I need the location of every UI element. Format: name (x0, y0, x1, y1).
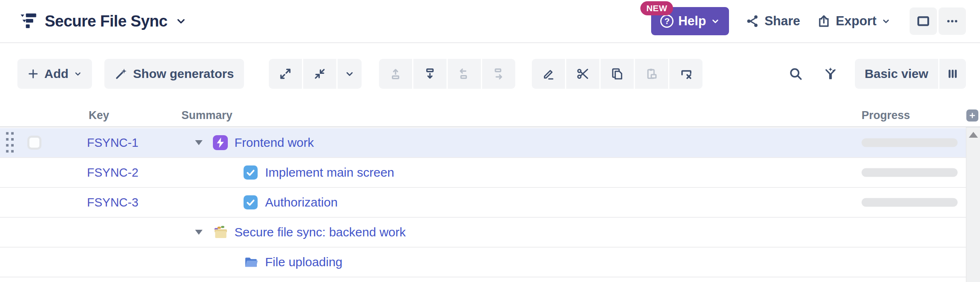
magic-wand-icon (114, 67, 128, 80)
add-column-button[interactable] (966, 109, 978, 122)
help-label: Help (678, 14, 706, 29)
table-row[interactable]: FSYNC-2 Implement main screen (0, 158, 966, 188)
grid-body: FSYNC-1 Frontend work FSYNC-2 Implement … (0, 128, 966, 277)
copy-button[interactable] (601, 59, 634, 89)
insert-below-icon (423, 67, 437, 80)
folder-icon (244, 255, 258, 270)
column-header-progress[interactable]: Progress (862, 109, 910, 122)
title-menu-chevron-down-icon[interactable] (176, 16, 186, 27)
new-badge: NEW (640, 1, 673, 15)
add-label: Add (44, 67, 68, 81)
view-group: Basic view (855, 59, 966, 89)
issue-summary-link[interactable]: Implement main screen (265, 165, 394, 180)
chevron-down-icon (711, 17, 720, 26)
progress-bar (862, 139, 958, 147)
structure-logo-icon (19, 12, 38, 31)
page-title: Secure File Sync (45, 12, 167, 30)
chevron-down-icon (345, 69, 355, 79)
column-header-key[interactable]: Key (89, 109, 109, 122)
show-generators-button[interactable]: Show generators (104, 59, 244, 89)
export-button[interactable]: Export (817, 14, 891, 29)
issue-key-link[interactable]: FSYNC-3 (87, 196, 138, 209)
filter-sparkle-icon (823, 67, 838, 81)
copy-icon (611, 67, 624, 80)
chevron-down-icon (881, 17, 891, 26)
table-row[interactable]: FSYNC-1 Frontend work (0, 128, 966, 158)
add-button[interactable]: Add (17, 59, 92, 89)
paste-icon (645, 67, 658, 80)
table-row[interactable]: File uploading (0, 248, 966, 277)
view-switcher-button[interactable]: Basic view (855, 59, 938, 89)
collapse-triangle-icon[interactable] (195, 230, 203, 235)
panel-toggle-button[interactable] (910, 7, 937, 35)
share-nodes-icon (746, 14, 760, 28)
top-header: Secure File Sync NEW ? Help (0, 0, 980, 43)
remove-button[interactable] (669, 59, 702, 89)
scroll-up-arrow-icon[interactable] (969, 132, 978, 138)
row-checkbox[interactable] (27, 136, 41, 150)
question-circle-icon: ? (660, 15, 673, 28)
export-up-icon (817, 14, 831, 28)
edit-group (532, 59, 702, 89)
ellipsis-icon (946, 15, 958, 27)
more-options-button[interactable] (939, 7, 966, 35)
vertical-scrollbar[interactable] (966, 127, 980, 282)
expand-all-icon (279, 67, 292, 80)
move-group (379, 59, 515, 89)
columns-button[interactable] (939, 59, 966, 89)
structure-toolbar: Add Show generators (0, 44, 980, 104)
progress-bar (862, 168, 958, 177)
expand-all-button[interactable] (269, 59, 302, 89)
help-wrap: NEW ? Help (651, 7, 729, 35)
top-actions: NEW ? Help Share (651, 7, 966, 35)
drag-handle[interactable] (5, 131, 14, 154)
task-icon (244, 195, 258, 209)
panel-icon (917, 15, 930, 28)
move-top-button[interactable] (379, 59, 412, 89)
item-summary-link[interactable]: File uploading (265, 255, 343, 269)
item-summary-link[interactable]: Secure file sync: backend work (234, 225, 406, 239)
edit-pencil-icon (542, 67, 555, 80)
indent-button[interactable] (482, 59, 515, 89)
plus-icon (969, 112, 976, 119)
chevron-down-icon (74, 70, 82, 78)
expand-menu-button[interactable] (338, 59, 362, 89)
view-switcher-label: Basic view (865, 67, 928, 81)
collapse-triangle-icon[interactable] (195, 140, 203, 145)
indent-icon (492, 67, 505, 80)
show-generators-label: Show generators (133, 67, 234, 81)
epic-icon (213, 135, 228, 150)
issue-key-link[interactable]: FSYNC-1 (87, 136, 138, 150)
cut-scissors-icon (576, 67, 589, 80)
filter-button[interactable] (820, 59, 841, 89)
edit-button[interactable] (532, 59, 565, 89)
search-button[interactable] (785, 59, 806, 89)
issue-summary-link[interactable]: Frontend work (234, 136, 314, 150)
table-row[interactable]: Secure file sync: backend work (0, 218, 966, 248)
table-row[interactable]: FSYNC-3 Authorization (0, 188, 966, 218)
issue-summary-link[interactable]: Authorization (265, 195, 338, 209)
share-label: Share (765, 14, 800, 29)
issue-key-link[interactable]: FSYNC-2 (87, 166, 138, 180)
collapse-all-icon (313, 67, 326, 80)
collapse-all-button[interactable] (303, 59, 336, 89)
toolbar-right: Basic view (785, 59, 966, 89)
structure-board: Secure File Sync NEW ? Help (0, 0, 980, 282)
expand-collapse-group (269, 59, 362, 89)
paste-button[interactable] (635, 59, 668, 89)
insert-below-button[interactable] (413, 59, 447, 89)
search-icon (789, 67, 803, 81)
column-header-summary[interactable]: Summary (181, 109, 232, 122)
share-button[interactable]: Share (746, 14, 800, 29)
outdent-button[interactable] (448, 59, 481, 89)
remove-icon (679, 67, 693, 80)
task-icon (244, 165, 258, 180)
card-box-icon (213, 224, 229, 240)
cut-button[interactable] (566, 59, 599, 89)
grid-header: Key Summary Progress (0, 104, 980, 127)
title-group: Secure File Sync (19, 12, 186, 31)
outdent-icon (458, 67, 471, 80)
columns-icon (946, 68, 959, 80)
window-button-group (910, 7, 966, 35)
export-label: Export (836, 14, 876, 29)
